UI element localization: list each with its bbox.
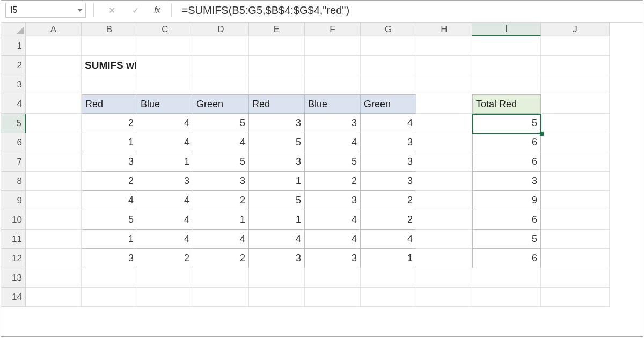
cell[interactable]: [82, 36, 137, 56]
cell[interactable]: [26, 56, 82, 75]
cell[interactable]: [305, 75, 361, 94]
cell[interactable]: [26, 133, 82, 152]
data-cell[interactable]: 1: [82, 230, 137, 249]
cell[interactable]: [541, 230, 610, 249]
data-cell[interactable]: 5: [82, 210, 137, 230]
cell[interactable]: [26, 152, 82, 172]
cell[interactable]: [137, 288, 193, 307]
cancel-formula-button[interactable]: ✕: [106, 4, 118, 16]
cell[interactable]: [26, 210, 82, 230]
cell[interactable]: [26, 36, 82, 56]
cell[interactable]: [541, 75, 610, 94]
data-cell[interactable]: 3: [305, 114, 361, 133]
cell[interactable]: [541, 210, 610, 230]
cell[interactable]: [137, 36, 193, 56]
data-cell[interactable]: 2: [193, 249, 249, 268]
cell[interactable]: [416, 152, 472, 172]
cell[interactable]: [361, 56, 416, 75]
row-13[interactable]: 13: [1, 268, 26, 288]
data-cell[interactable]: 1: [361, 249, 416, 268]
cell[interactable]: [26, 249, 82, 268]
cell[interactable]: [472, 56, 541, 75]
table-header[interactable]: Red: [82, 94, 137, 114]
col-A[interactable]: A: [26, 23, 82, 36]
cell[interactable]: [541, 172, 610, 191]
cell[interactable]: [82, 268, 137, 288]
row-6[interactable]: 6: [1, 133, 26, 152]
cell[interactable]: [361, 288, 416, 307]
formula-input[interactable]: =SUMIFS(B5:G5,$B$4:$G$4,"red"): [178, 3, 639, 18]
table-header[interactable]: Green: [361, 94, 416, 114]
row-5[interactable]: 5: [1, 114, 26, 133]
cell[interactable]: [361, 36, 416, 56]
cell[interactable]: [472, 268, 541, 288]
data-cell[interactable]: 3: [249, 114, 305, 133]
cell[interactable]: [26, 94, 82, 114]
fx-icon[interactable]: fx: [154, 5, 159, 15]
cell[interactable]: [541, 133, 610, 152]
row-3[interactable]: 3: [1, 75, 26, 94]
cell[interactable]: [541, 288, 610, 307]
fill-handle[interactable]: [540, 132, 544, 136]
cell[interactable]: [305, 268, 361, 288]
data-cell[interactable]: 3: [82, 249, 137, 268]
data-cell[interactable]: 4: [361, 230, 416, 249]
row-1[interactable]: 1: [1, 36, 26, 56]
row-14[interactable]: 14: [1, 288, 26, 307]
data-cell[interactable]: 4: [249, 230, 305, 249]
cell[interactable]: [361, 75, 416, 94]
table-header[interactable]: Blue: [137, 94, 193, 114]
cell[interactable]: [26, 288, 82, 307]
cell[interactable]: [193, 56, 249, 75]
cell[interactable]: [416, 210, 472, 230]
row-10[interactable]: 10: [1, 210, 26, 230]
data-cell[interactable]: 2: [305, 172, 361, 191]
data-cell[interactable]: 1: [137, 152, 193, 172]
row-7[interactable]: 7: [1, 152, 26, 172]
cell[interactable]: [193, 288, 249, 307]
cell[interactable]: [26, 230, 82, 249]
cell[interactable]: [26, 268, 82, 288]
name-box[interactable]: [5, 3, 86, 18]
data-cell[interactable]: 4: [137, 133, 193, 152]
data-cell[interactable]: 4: [137, 114, 193, 133]
table-header[interactable]: Blue: [305, 94, 361, 114]
data-cell[interactable]: 5: [305, 152, 361, 172]
result-cell[interactable]: 6: [472, 133, 541, 152]
result-cell[interactable]: 5: [472, 230, 541, 249]
cell[interactable]: [26, 75, 82, 94]
cell[interactable]: [541, 36, 610, 56]
cell[interactable]: [249, 288, 305, 307]
col-D[interactable]: D: [193, 23, 249, 36]
cell[interactable]: [416, 268, 472, 288]
confirm-formula-button[interactable]: ✓: [129, 4, 141, 16]
cell[interactable]: [416, 249, 472, 268]
cell[interactable]: [541, 56, 610, 75]
cell[interactable]: [541, 114, 610, 133]
result-header[interactable]: Total Red: [472, 94, 541, 114]
cell[interactable]: [541, 94, 610, 114]
data-cell[interactable]: 4: [193, 133, 249, 152]
result-cell[interactable]: 6: [472, 249, 541, 268]
table-header[interactable]: Green: [193, 94, 249, 114]
data-cell[interactable]: 2: [137, 249, 193, 268]
cell[interactable]: [249, 75, 305, 94]
data-cell[interactable]: 4: [82, 191, 137, 210]
chevron-down-icon[interactable]: [77, 9, 83, 12]
col-I[interactable]: I: [472, 23, 541, 36]
data-cell[interactable]: 4: [137, 230, 193, 249]
row-4[interactable]: 4: [1, 94, 26, 114]
data-cell[interactable]: 5: [193, 152, 249, 172]
row-12[interactable]: 12: [1, 249, 26, 268]
cell[interactable]: [193, 36, 249, 56]
col-G[interactable]: G: [361, 23, 416, 36]
cell[interactable]: [82, 288, 137, 307]
data-cell[interactable]: 3: [82, 152, 137, 172]
cell[interactable]: [416, 75, 472, 94]
row-9[interactable]: 9: [1, 191, 26, 210]
cell[interactable]: [249, 36, 305, 56]
cell[interactable]: [193, 268, 249, 288]
cell[interactable]: [26, 191, 82, 210]
cell[interactable]: [305, 36, 361, 56]
cell[interactable]: [82, 75, 137, 94]
